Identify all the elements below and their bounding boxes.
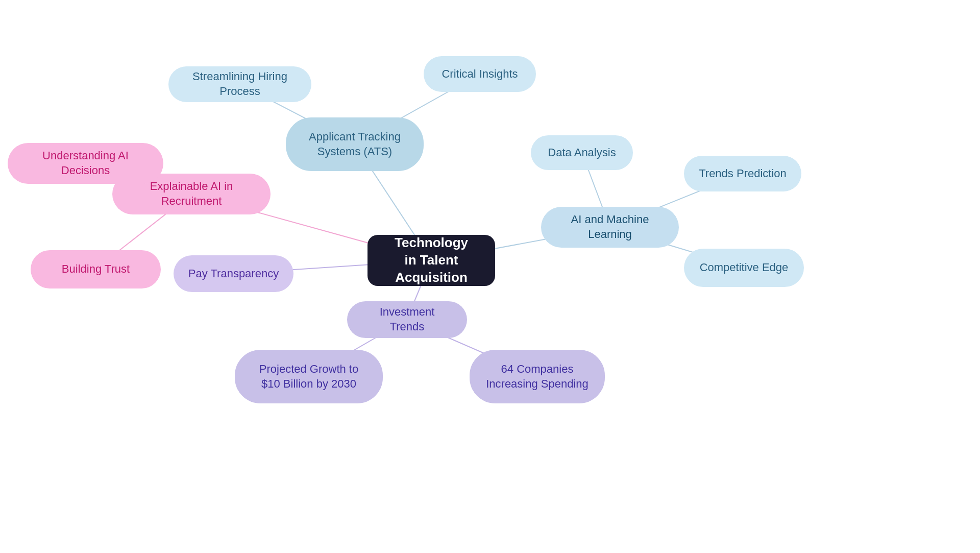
companies-node: 64 Companies Increasing Spending [470, 350, 605, 403]
ats-node: Applicant Tracking Systems (ATS) [286, 117, 424, 171]
critical-node: Critical Insights [424, 56, 536, 92]
trends-prediction-node: Trends Prediction [684, 156, 801, 191]
competitive-edge-node: Competitive Edge [684, 249, 804, 287]
projected-growth-node: Projected Growth to $10 Billion by 2030 [235, 350, 383, 403]
ai-ml-node: AI and Machine Learning [541, 207, 679, 248]
pay-transparency-node: Pay Transparency [174, 255, 293, 292]
investment-trends-node: Investment Trends [347, 301, 467, 338]
building-trust-node: Building Trust [31, 250, 161, 288]
streamlining-node: Streamlining Hiring Process [168, 66, 311, 102]
data-analysis-node: Data Analysis [531, 135, 633, 170]
center-node: Technology in Talent Acquisition [368, 235, 495, 286]
understanding-node: Understanding AI Decisions [8, 143, 163, 184]
